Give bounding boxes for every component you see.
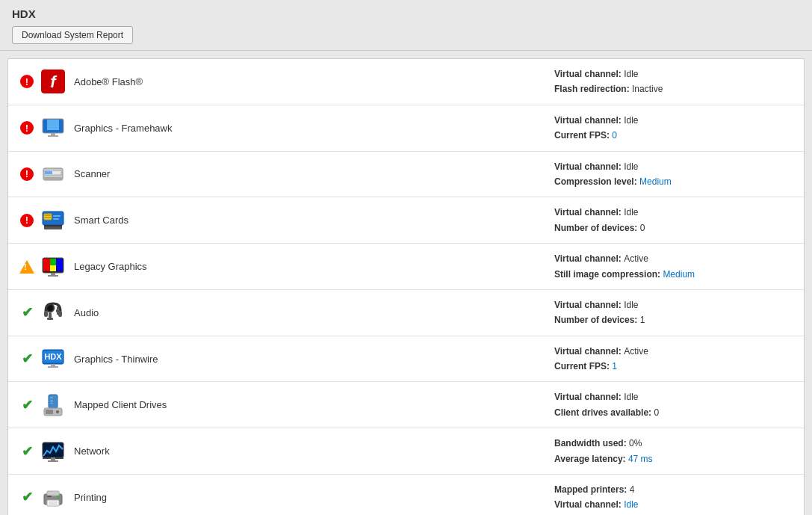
svg-rect-15 [53, 218, 59, 220]
monitor-blue-icon [41, 116, 65, 140]
error-icon: ! [19, 121, 35, 135]
table-row: ! ScannerVirtual channel: IdleCompressio… [8, 152, 804, 198]
row-name-printing: Printing [74, 492, 554, 503]
svg-rect-14 [53, 215, 61, 217]
row-name-network: Network [74, 445, 554, 457]
row-details-adobe-flash: Virtual channel: IdleFlash redirection: … [554, 67, 793, 97]
row-name-audio: Audio [74, 307, 554, 318]
row-details-graphics-thinwire: Virtual channel: ActiveCurrent FPS: 1 [554, 344, 793, 374]
svg-rect-59 [47, 496, 52, 497]
error-icon: ! [19, 214, 35, 227]
table-row: Legacy GraphicsVirtual channel: ActiveSt… [8, 244, 804, 290]
row-name-scanner: Scanner [74, 168, 554, 179]
row-name-adobe-flash: Adobe® Flash® [74, 76, 554, 87]
page-header: HDX Download System Report [0, 0, 812, 51]
svg-point-58 [57, 496, 60, 499]
row-name-legacy-graphics: Legacy Graphics [74, 261, 554, 272]
flash-icon: f [41, 70, 65, 93]
svg-rect-25 [48, 275, 58, 277]
svg-rect-33 [44, 311, 48, 317]
svg-rect-12 [45, 215, 51, 216]
table-row: ✔ NetworkBandwidth used: 0%Average laten… [8, 428, 804, 475]
svg-rect-54 [47, 491, 59, 496]
row-name-graphics-framehawk: Graphics - Framehawk [74, 123, 554, 134]
check-icon: ✔ [19, 397, 35, 413]
check-icon: ✔ [19, 351, 35, 367]
svg-rect-42 [50, 400, 53, 401]
hdx-icon: HDX [41, 347, 65, 371]
svg-rect-20 [43, 259, 50, 271]
svg-point-47 [56, 410, 59, 413]
error-icon: ! [19, 167, 35, 181]
svg-rect-8 [45, 171, 52, 174]
row-details-mapped-client-drives: Virtual channel: IdleClient drives avail… [554, 389, 793, 420]
svg-rect-39 [48, 366, 58, 368]
row-details-legacy-graphics: Virtual channel: ActiveStill image compr… [554, 251, 793, 282]
table-row: ! Smart CardsVirtual channel: IdleNumber… [8, 197, 804, 244]
svg-rect-13 [45, 217, 51, 218]
content-area: ! f Adobe® Flash®Virtual channel: IdleFl… [7, 58, 805, 515]
check-icon: ✔ [19, 304, 35, 321]
svg-rect-3 [47, 120, 59, 130]
error-icon: ! [19, 75, 35, 88]
svg-rect-38 [51, 364, 55, 366]
table-row: ✔ HDX Graphics - ThinwireVirtual channel… [8, 336, 804, 383]
svg-rect-41 [50, 397, 53, 398]
row-name-graphics-thinwire: Graphics - Thinwire [74, 354, 554, 365]
svg-rect-57 [49, 504, 58, 505]
row-details-audio: Virtual channel: IdleNumber of devices: … [554, 297, 793, 328]
legacy-graphics-icon [41, 255, 65, 279]
svg-rect-28 [49, 312, 52, 318]
warning-icon [19, 260, 35, 274]
download-report-button[interactable]: Download System Report [12, 26, 133, 44]
svg-rect-43 [50, 401, 53, 402]
table-row: ✔ PrintingMapped printers: 4Virtual chan… [8, 475, 804, 515]
network-icon [41, 440, 65, 463]
svg-rect-40 [49, 395, 58, 408]
svg-rect-24 [51, 273, 55, 275]
audio-icon [41, 300, 65, 324]
table-row: ! f Adobe® Flash®Virtual channel: IdleFl… [8, 59, 804, 105]
svg-rect-52 [48, 460, 58, 462]
row-name-mapped-client-drives: Mapped Client Drives [74, 399, 554, 410]
svg-rect-46 [46, 410, 53, 414]
row-details-scanner: Virtual channel: IdleCompression level: … [554, 159, 793, 190]
svg-rect-17 [44, 225, 62, 226]
svg-rect-34 [58, 311, 62, 317]
svg-rect-4 [51, 133, 55, 135]
svg-rect-5 [48, 135, 58, 137]
svg-rect-51 [51, 457, 55, 460]
table-row: ✔ Mapped Client DrivesVirtual channel: I… [8, 382, 804, 428]
svg-rect-22 [56, 259, 63, 271]
drives-icon [41, 393, 65, 417]
svg-rect-56 [49, 502, 58, 503]
check-icon: ✔ [19, 489, 35, 505]
row-name-smart-cards: Smart Cards [74, 215, 554, 226]
svg-rect-23 [50, 265, 56, 271]
scanner-icon [41, 162, 65, 186]
table-row: ✔ AudioVirtual channel: IdleNumber of de… [8, 290, 804, 336]
svg-rect-29 [47, 318, 53, 320]
svg-rect-9 [43, 177, 63, 180]
svg-rect-44 [50, 403, 53, 404]
smartcard-icon [41, 209, 65, 232]
printing-icon [41, 485, 65, 509]
svg-rect-55 [47, 500, 59, 506]
table-row: ! Graphics - FramehawkVirtual channel: I… [8, 105, 804, 152]
row-details-smart-cards: Virtual channel: IdleNumber of devices: … [554, 205, 793, 235]
row-details-graphics-framehawk: Virtual channel: IdleCurrent FPS: 0 [554, 113, 793, 144]
row-details-network: Bandwidth used: 0%Average latency: 47 ms [554, 436, 793, 466]
svg-text:HDX: HDX [44, 352, 62, 361]
row-details-printing: Mapped printers: 4Virtual channel: Idle [554, 482, 793, 513]
page-title: HDX [12, 7, 800, 20]
check-icon: ✔ [19, 443, 35, 460]
